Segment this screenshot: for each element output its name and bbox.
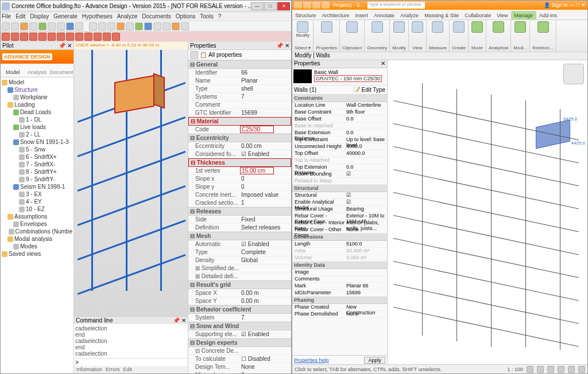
tool-icon[interactable] xyxy=(57,33,65,41)
scale-label[interactable]: 1 : 100 xyxy=(507,367,523,372)
prop-row[interactable]: Concrete inert...Imposed value xyxy=(188,191,291,199)
prop-group[interactable]: ⊟ Snow and Wind xyxy=(188,322,291,330)
ribbon-tab-manage[interactable]: Manage xyxy=(511,11,537,20)
tool-icon[interactable] xyxy=(57,22,65,30)
ribbon-tab-view[interactable]: View xyxy=(494,11,510,20)
menu-display[interactable]: Display xyxy=(30,13,49,20)
tool-icon[interactable] xyxy=(172,22,180,30)
tab-errors[interactable]: Errors xyxy=(106,367,120,372)
tool-icon[interactable] xyxy=(89,22,97,30)
tree-item[interactable]: Snow EN 1991-1-3 xyxy=(2,138,72,146)
close-icon[interactable]: ✕ xyxy=(381,60,385,68)
ribbon-button[interactable]: Modify xyxy=(296,21,309,42)
prop-tool-icon[interactable] xyxy=(190,51,198,59)
menu-file[interactable]: File xyxy=(2,13,11,20)
tool-icon[interactable] xyxy=(48,33,56,41)
tool-icon[interactable] xyxy=(38,33,47,41)
ribbon-tab-architecture[interactable]: Architecture xyxy=(319,11,353,20)
tree-item[interactable]: Saved views xyxy=(2,250,72,258)
ribbon-button[interactable] xyxy=(320,21,333,42)
prop-row-r[interactable]: Length5100.0 xyxy=(292,241,387,248)
tab-information[interactable]: Information xyxy=(76,367,102,372)
pilot-tab-analysis[interactable]: Analysis xyxy=(25,64,49,77)
tool-icon[interactable] xyxy=(153,22,161,30)
wall-type-selector[interactable]: Basic Wall GRAITEC - 150 mm C25/30 xyxy=(292,68,387,85)
search-input[interactable]: Type a keyword or phrase xyxy=(368,2,425,9)
prop-row-r[interactable]: Room Bounding☑ xyxy=(292,171,387,178)
minimize-button[interactable]: — xyxy=(570,2,575,8)
tree-item[interactable]: Model xyxy=(2,79,72,86)
tool-icon[interactable] xyxy=(181,22,189,30)
properties-body-r[interactable]: ConstraintsLocation LineWall CenterlineB… xyxy=(292,95,387,355)
prop-row-r[interactable]: Volume3.060 m³ xyxy=(292,255,387,262)
prop-group-r[interactable]: Structural xyxy=(292,185,387,192)
status-icon[interactable] xyxy=(558,366,564,373)
prop-row[interactable]: Space X0.00 m xyxy=(188,289,291,297)
prop-row-r[interactable]: Phase CreatedNew Construction xyxy=(292,304,387,311)
tree-item[interactable]: Loading xyxy=(2,101,72,108)
prop-row[interactable]: DensityGlobal xyxy=(188,256,291,264)
prop-row[interactable]: Design Tem...None xyxy=(188,363,291,371)
qat-icon[interactable] xyxy=(303,2,311,9)
prop-group-r[interactable]: Phasing xyxy=(292,297,387,304)
command-input[interactable]: > xyxy=(74,358,188,365)
tool-icon[interactable] xyxy=(117,22,125,30)
ribbon-tab-addins[interactable]: Add-Ins xyxy=(536,11,560,20)
prop-row-r[interactable]: Unconnected Height4000.0 xyxy=(292,143,387,150)
menu-edit[interactable]: Edit xyxy=(16,13,25,20)
prop-row[interactable]: TypeComplete xyxy=(188,248,291,256)
menu-analyze[interactable]: Analyze xyxy=(117,13,138,20)
tree-item[interactable]: Envelopes xyxy=(2,220,72,228)
selected-wall[interactable] xyxy=(103,73,172,119)
tool-icon[interactable] xyxy=(103,33,111,41)
tool-icon[interactable] xyxy=(11,33,19,41)
tree-item[interactable]: Combinations (Numbe xyxy=(2,228,72,235)
pilot-tab-model[interactable]: Model xyxy=(1,64,25,77)
prop-row[interactable]: DefinitionSelect releases xyxy=(188,224,291,232)
prop-row-r[interactable]: Base Constraint9th floor xyxy=(292,109,387,116)
minimize-button[interactable]: — xyxy=(251,2,264,10)
tool-icon[interactable] xyxy=(29,33,37,41)
tree-item[interactable]: 2 - LL xyxy=(2,131,72,138)
status-icon[interactable] xyxy=(547,366,554,373)
prop-row-r[interactable]: Comments xyxy=(292,276,387,283)
prop-row-r[interactable]: Related to Mass xyxy=(292,178,387,185)
ribbon-tab-structure[interactable]: Structure xyxy=(292,11,319,20)
prop-row-r[interactable]: Base is Attached xyxy=(292,123,387,130)
ribbon-button[interactable] xyxy=(471,21,483,42)
tool-icon[interactable] xyxy=(107,22,115,30)
prop-row-r[interactable]: Structural☑ xyxy=(292,192,387,199)
tool-icon[interactable] xyxy=(163,22,171,30)
ribbon-button[interactable] xyxy=(393,21,405,42)
prop-row[interactable]: To calculate☐ Disabled xyxy=(188,355,291,363)
prop-row-r[interactable]: Top Extension Distance0.0 xyxy=(292,164,387,171)
tree-item[interactable]: Modes xyxy=(2,243,72,250)
prop-group-r[interactable]: Dimensions xyxy=(292,233,387,241)
pilot-tab-document[interactable]: Document xyxy=(49,64,74,77)
tree-item[interactable]: 6 - SndrftX+ xyxy=(2,153,72,161)
tree-item[interactable]: Workplane xyxy=(2,94,72,101)
filter-icon[interactable]: 📋 xyxy=(200,52,207,58)
prop-row[interactable]: ⊞ Simplified de... xyxy=(188,264,291,272)
ribbon-tab-analyze[interactable]: Analyze xyxy=(397,11,421,20)
prop-group[interactable]: ⊟ Eccentricity xyxy=(188,134,291,142)
prop-row[interactable]: Slope x0 xyxy=(188,175,291,183)
prop-row[interactable]: Systems7 xyxy=(188,93,291,101)
prop-row-r[interactable]: Area20.400 m² xyxy=(292,248,387,255)
menu-hypotheses[interactable]: Hypotheses xyxy=(82,13,113,20)
tool-icon[interactable] xyxy=(38,22,47,30)
tree-item[interactable]: 8 - SndrftY+ xyxy=(2,168,72,176)
prop-group[interactable]: ⊟ Material xyxy=(188,117,291,126)
prop-row-r[interactable]: IdGtcParameter15699 xyxy=(292,290,387,297)
prop-group[interactable]: ⊟ Behavior coefficient xyxy=(188,305,291,314)
tree-item[interactable]: 7 - SndrftX- xyxy=(2,161,72,168)
prop-row-r[interactable]: Top Offset40000.0 xyxy=(292,150,387,157)
apply-button[interactable]: Apply xyxy=(364,357,385,364)
pin-icon[interactable]: 📌 ✕ xyxy=(173,317,186,324)
prop-row[interactable]: Supporting ele...☑ Enabled xyxy=(188,330,291,338)
prop-row[interactable]: Minimal rei...0 xyxy=(188,371,291,373)
prop-row[interactable]: GTC Identifier15699 xyxy=(188,109,291,117)
tree-item[interactable]: 10 - EZ xyxy=(2,205,72,213)
prop-row-r[interactable]: Top ConstraintUp to level: base level xyxy=(292,137,387,143)
menu-documents[interactable]: Documents xyxy=(142,13,171,20)
